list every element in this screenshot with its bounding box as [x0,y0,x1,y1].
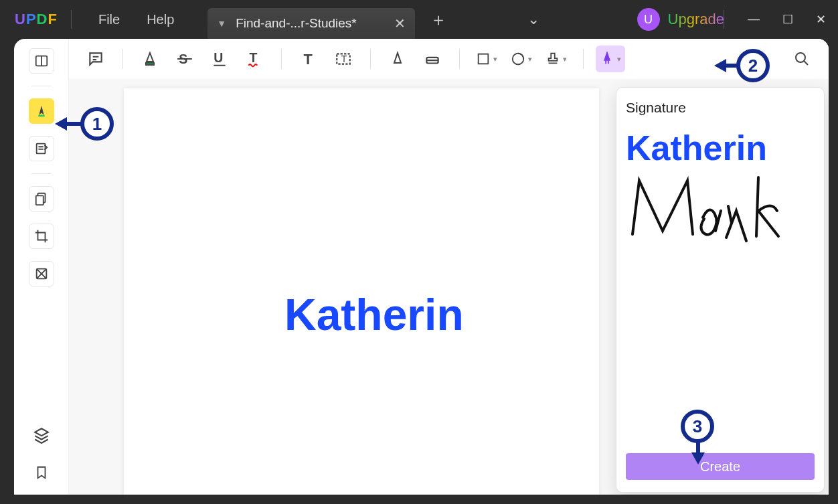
main-area: S U T T T [69,39,829,495]
organize-pages-button[interactable] [29,186,54,212]
eraser-tool[interactable] [418,46,447,72]
toolbar-separator [459,49,460,69]
text-tool[interactable]: T [294,46,323,72]
upgrade-label[interactable]: Upgrade [668,11,724,28]
callout-2: 2 [736,49,770,82]
callout-1: 1 [80,107,114,141]
avatar[interactable]: U [637,8,660,31]
signature-item-handwritten[interactable] [626,171,815,244]
crop-button[interactable] [29,224,54,249]
create-signature-button[interactable]: Create [626,453,815,480]
tab-options-icon[interactable]: ▼ [217,18,226,29]
tools-button[interactable] [29,261,54,286]
callout-1-arrow [66,122,82,126]
callout-1-arrowhead [55,117,67,131]
squiggly-tool[interactable]: T [240,46,269,72]
sticker-tool[interactable] [507,46,536,72]
search-button[interactable] [787,46,817,72]
svg-text:T: T [303,51,312,68]
underline-tool[interactable]: U [205,46,234,72]
edit-mode-button[interactable] [29,136,54,161]
page-signature-text: Katherin [284,289,464,340]
svg-rect-1 [38,115,44,117]
minimize-button[interactable]: — [748,12,760,27]
svg-text:T: T [341,54,347,64]
rail-separator [31,173,52,174]
strikethrough-tool[interactable]: S [170,46,199,72]
svg-rect-16 [479,54,489,64]
svg-text:T: T [249,50,257,65]
layers-icon[interactable] [33,426,50,444]
upgrade-area[interactable]: U Upgrade [637,8,724,31]
maximize-button[interactable]: ☐ [782,12,793,27]
toolbar-separator [122,49,123,69]
svg-rect-4 [35,195,43,205]
callout-3-arrowhead [691,452,705,465]
menu-help[interactable]: Help [147,12,174,27]
stamp-tool[interactable] [541,46,571,72]
svg-rect-6 [146,63,154,65]
separator [724,10,724,29]
note-tool[interactable] [81,46,110,72]
document-tab[interactable]: ▼ Find-and-...r-Studies* ✕ [207,8,415,39]
left-rail [14,39,69,495]
rail-separator [31,86,52,86]
highlight-tool[interactable] [135,46,165,72]
signature-panel: Signature Katherin Create [616,87,825,493]
tab-history-icon[interactable]: ⌄ [527,11,539,28]
callout-3: 3 [681,410,714,443]
signature-list: Katherin [626,131,815,453]
toolbar-separator [583,49,584,69]
callout-2-arrowhead [714,59,726,72]
window-controls: — ☐ ✕ [748,12,826,27]
callout-2-arrow [725,64,737,68]
reader-mode-button[interactable] [29,48,54,74]
bookmark-icon[interactable] [34,464,49,481]
shape-tool[interactable] [472,46,501,72]
app-logo: UPDF [15,11,58,28]
tab-label: Find-and-...r-Studies* [236,16,357,31]
textbox-tool[interactable]: T [329,46,358,72]
pencil-tool[interactable] [383,46,412,72]
document-page[interactable]: Katherin [124,88,599,495]
toolbar-separator [370,49,371,69]
signature-tool[interactable] [596,46,625,72]
titlebar: UPDF File Help ▼ Find-and-...r-Studies* … [0,0,838,39]
tab-close-icon[interactable]: ✕ [394,15,406,31]
svg-point-18 [796,53,805,62]
close-window-button[interactable]: ✕ [816,12,826,27]
separator [71,10,72,29]
toolbar-separator [281,49,282,69]
svg-text:U: U [214,50,223,65]
comment-mode-button[interactable] [29,98,54,124]
add-tab-button[interactable]: ＋ [430,8,447,31]
signature-item-typed[interactable]: Katherin [626,131,815,165]
signature-panel-title: Signature [626,100,815,116]
menu-file[interactable]: File [98,12,120,27]
